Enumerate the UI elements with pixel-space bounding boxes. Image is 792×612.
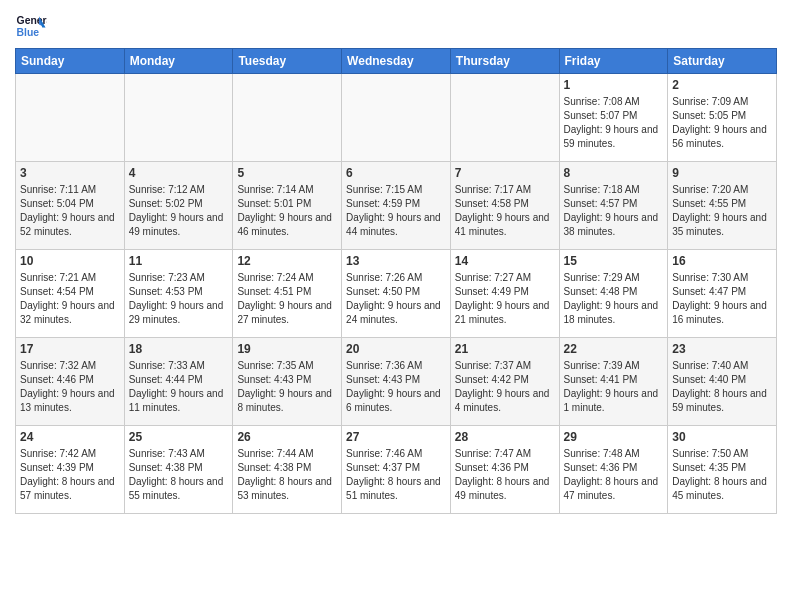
calendar-day-cell	[450, 74, 559, 162]
day-info: Sunrise: 7:24 AM Sunset: 4:51 PM Dayligh…	[237, 271, 337, 327]
weekday-header: Thursday	[450, 49, 559, 74]
calendar-day-cell: 1Sunrise: 7:08 AM Sunset: 5:07 PM Daylig…	[559, 74, 668, 162]
header: General Blue	[15, 10, 777, 42]
day-info: Sunrise: 7:18 AM Sunset: 4:57 PM Dayligh…	[564, 183, 664, 239]
day-info: Sunrise: 7:26 AM Sunset: 4:50 PM Dayligh…	[346, 271, 446, 327]
day-info: Sunrise: 7:47 AM Sunset: 4:36 PM Dayligh…	[455, 447, 555, 503]
calendar-day-cell: 8Sunrise: 7:18 AM Sunset: 4:57 PM Daylig…	[559, 162, 668, 250]
day-number: 11	[129, 253, 229, 269]
calendar-week-row: 3Sunrise: 7:11 AM Sunset: 5:04 PM Daylig…	[16, 162, 777, 250]
weekday-header: Monday	[124, 49, 233, 74]
calendar-day-cell: 5Sunrise: 7:14 AM Sunset: 5:01 PM Daylig…	[233, 162, 342, 250]
day-number: 15	[564, 253, 664, 269]
day-number: 2	[672, 77, 772, 93]
calendar-day-cell: 7Sunrise: 7:17 AM Sunset: 4:58 PM Daylig…	[450, 162, 559, 250]
day-info: Sunrise: 7:08 AM Sunset: 5:07 PM Dayligh…	[564, 95, 664, 151]
calendar-day-cell: 28Sunrise: 7:47 AM Sunset: 4:36 PM Dayli…	[450, 426, 559, 514]
calendar-day-cell: 15Sunrise: 7:29 AM Sunset: 4:48 PM Dayli…	[559, 250, 668, 338]
calendar-day-cell: 26Sunrise: 7:44 AM Sunset: 4:38 PM Dayli…	[233, 426, 342, 514]
logo: General Blue	[15, 10, 47, 42]
day-info: Sunrise: 7:39 AM Sunset: 4:41 PM Dayligh…	[564, 359, 664, 415]
day-number: 9	[672, 165, 772, 181]
day-info: Sunrise: 7:12 AM Sunset: 5:02 PM Dayligh…	[129, 183, 229, 239]
day-number: 8	[564, 165, 664, 181]
calendar-day-cell: 21Sunrise: 7:37 AM Sunset: 4:42 PM Dayli…	[450, 338, 559, 426]
day-number: 13	[346, 253, 446, 269]
calendar-day-cell: 24Sunrise: 7:42 AM Sunset: 4:39 PM Dayli…	[16, 426, 125, 514]
day-info: Sunrise: 7:15 AM Sunset: 4:59 PM Dayligh…	[346, 183, 446, 239]
day-number: 17	[20, 341, 120, 357]
day-number: 25	[129, 429, 229, 445]
day-info: Sunrise: 7:21 AM Sunset: 4:54 PM Dayligh…	[20, 271, 120, 327]
calendar-day-cell: 22Sunrise: 7:39 AM Sunset: 4:41 PM Dayli…	[559, 338, 668, 426]
calendar-day-cell: 14Sunrise: 7:27 AM Sunset: 4:49 PM Dayli…	[450, 250, 559, 338]
day-info: Sunrise: 7:44 AM Sunset: 4:38 PM Dayligh…	[237, 447, 337, 503]
weekday-header: Friday	[559, 49, 668, 74]
day-number: 30	[672, 429, 772, 445]
day-info: Sunrise: 7:48 AM Sunset: 4:36 PM Dayligh…	[564, 447, 664, 503]
weekday-header: Wednesday	[342, 49, 451, 74]
day-info: Sunrise: 7:32 AM Sunset: 4:46 PM Dayligh…	[20, 359, 120, 415]
weekday-header: Sunday	[16, 49, 125, 74]
day-info: Sunrise: 7:50 AM Sunset: 4:35 PM Dayligh…	[672, 447, 772, 503]
day-info: Sunrise: 7:43 AM Sunset: 4:38 PM Dayligh…	[129, 447, 229, 503]
day-number: 1	[564, 77, 664, 93]
svg-text:Blue: Blue	[17, 27, 40, 38]
calendar-week-row: 24Sunrise: 7:42 AM Sunset: 4:39 PM Dayli…	[16, 426, 777, 514]
weekday-header: Saturday	[668, 49, 777, 74]
day-number: 23	[672, 341, 772, 357]
calendar-week-row: 17Sunrise: 7:32 AM Sunset: 4:46 PM Dayli…	[16, 338, 777, 426]
calendar-day-cell: 12Sunrise: 7:24 AM Sunset: 4:51 PM Dayli…	[233, 250, 342, 338]
calendar-day-cell: 16Sunrise: 7:30 AM Sunset: 4:47 PM Dayli…	[668, 250, 777, 338]
day-number: 21	[455, 341, 555, 357]
page-container: General Blue SundayMondayTuesdayWednesda…	[0, 0, 792, 524]
calendar-day-cell: 9Sunrise: 7:20 AM Sunset: 4:55 PM Daylig…	[668, 162, 777, 250]
day-number: 27	[346, 429, 446, 445]
day-info: Sunrise: 7:46 AM Sunset: 4:37 PM Dayligh…	[346, 447, 446, 503]
calendar-day-cell: 10Sunrise: 7:21 AM Sunset: 4:54 PM Dayli…	[16, 250, 125, 338]
calendar-day-cell: 29Sunrise: 7:48 AM Sunset: 4:36 PM Dayli…	[559, 426, 668, 514]
day-info: Sunrise: 7:14 AM Sunset: 5:01 PM Dayligh…	[237, 183, 337, 239]
calendar-day-cell: 27Sunrise: 7:46 AM Sunset: 4:37 PM Dayli…	[342, 426, 451, 514]
day-number: 28	[455, 429, 555, 445]
day-info: Sunrise: 7:17 AM Sunset: 4:58 PM Dayligh…	[455, 183, 555, 239]
calendar-week-row: 1Sunrise: 7:08 AM Sunset: 5:07 PM Daylig…	[16, 74, 777, 162]
day-number: 24	[20, 429, 120, 445]
day-number: 6	[346, 165, 446, 181]
calendar-day-cell: 4Sunrise: 7:12 AM Sunset: 5:02 PM Daylig…	[124, 162, 233, 250]
calendar-day-cell: 18Sunrise: 7:33 AM Sunset: 4:44 PM Dayli…	[124, 338, 233, 426]
day-number: 7	[455, 165, 555, 181]
calendar-day-cell	[16, 74, 125, 162]
day-number: 12	[237, 253, 337, 269]
calendar-day-cell: 11Sunrise: 7:23 AM Sunset: 4:53 PM Dayli…	[124, 250, 233, 338]
day-number: 22	[564, 341, 664, 357]
calendar-day-cell: 2Sunrise: 7:09 AM Sunset: 5:05 PM Daylig…	[668, 74, 777, 162]
day-info: Sunrise: 7:27 AM Sunset: 4:49 PM Dayligh…	[455, 271, 555, 327]
calendar-day-cell	[342, 74, 451, 162]
day-number: 20	[346, 341, 446, 357]
day-number: 10	[20, 253, 120, 269]
day-info: Sunrise: 7:29 AM Sunset: 4:48 PM Dayligh…	[564, 271, 664, 327]
calendar-day-cell	[124, 74, 233, 162]
calendar-header-row: SundayMondayTuesdayWednesdayThursdayFrid…	[16, 49, 777, 74]
calendar-day-cell: 30Sunrise: 7:50 AM Sunset: 4:35 PM Dayli…	[668, 426, 777, 514]
day-number: 29	[564, 429, 664, 445]
day-number: 3	[20, 165, 120, 181]
day-info: Sunrise: 7:36 AM Sunset: 4:43 PM Dayligh…	[346, 359, 446, 415]
day-info: Sunrise: 7:09 AM Sunset: 5:05 PM Dayligh…	[672, 95, 772, 151]
day-number: 4	[129, 165, 229, 181]
day-info: Sunrise: 7:33 AM Sunset: 4:44 PM Dayligh…	[129, 359, 229, 415]
day-number: 16	[672, 253, 772, 269]
calendar-week-row: 10Sunrise: 7:21 AM Sunset: 4:54 PM Dayli…	[16, 250, 777, 338]
day-info: Sunrise: 7:42 AM Sunset: 4:39 PM Dayligh…	[20, 447, 120, 503]
day-number: 5	[237, 165, 337, 181]
calendar-day-cell: 13Sunrise: 7:26 AM Sunset: 4:50 PM Dayli…	[342, 250, 451, 338]
day-number: 14	[455, 253, 555, 269]
calendar-day-cell: 6Sunrise: 7:15 AM Sunset: 4:59 PM Daylig…	[342, 162, 451, 250]
day-info: Sunrise: 7:23 AM Sunset: 4:53 PM Dayligh…	[129, 271, 229, 327]
day-info: Sunrise: 7:30 AM Sunset: 4:47 PM Dayligh…	[672, 271, 772, 327]
day-info: Sunrise: 7:20 AM Sunset: 4:55 PM Dayligh…	[672, 183, 772, 239]
day-number: 26	[237, 429, 337, 445]
day-info: Sunrise: 7:37 AM Sunset: 4:42 PM Dayligh…	[455, 359, 555, 415]
calendar-day-cell: 17Sunrise: 7:32 AM Sunset: 4:46 PM Dayli…	[16, 338, 125, 426]
